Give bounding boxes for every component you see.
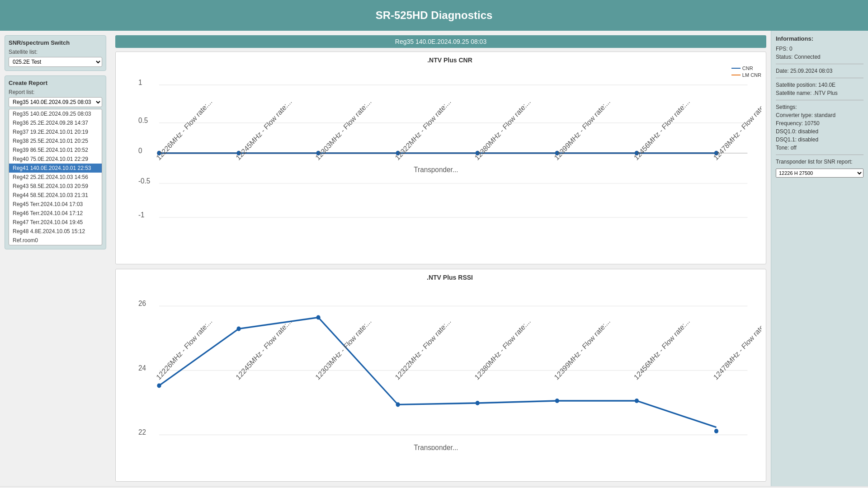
snr-panel-title: SNR/spectrum Switch	[9, 39, 102, 46]
dsq11: DSQ1.1: disabled	[776, 136, 863, 143]
create-report-panel: Create Report Report list: Reg35 140.0E.…	[5, 75, 106, 249]
satellite-position: Satellite position: 140.0E	[776, 82, 863, 88]
svg-text:12478MHz - Flow rate:...: 12478MHz - Flow rate:...	[712, 317, 761, 381]
divider-2	[776, 78, 863, 78]
satellite-list-label: Satellite list:	[9, 49, 102, 55]
svg-text:0: 0	[138, 146, 142, 155]
svg-text:Transponder...: Transponder...	[414, 165, 458, 174]
create-report-title: Create Report	[9, 80, 102, 86]
page-header: SR-525HD Diagnostics	[0, 0, 868, 31]
svg-text:12322MHz - Flow rate:...: 12322MHz - Flow rate:...	[393, 317, 453, 381]
report-list-label: Report list:	[9, 89, 102, 95]
svg-text:12245MHz - Flow rate:...: 12245MHz - Flow rate:...	[234, 317, 293, 381]
page-title: SR-525HD Diagnostics	[376, 9, 493, 21]
svg-text:12399MHz - Flow rate:...: 12399MHz - Flow rate:...	[552, 97, 612, 162]
center-content: Reg35 140.0E.2024.09.25 08:03 .NTV Plus …	[111, 31, 771, 486]
rssi-chart-title: .NTV Plus RSSI	[138, 274, 761, 281]
footer: © Diagnostics with sr-525hd 2024 | About…	[0, 486, 868, 488]
svg-text:0.5: 0.5	[138, 116, 148, 124]
list-item[interactable]: Reg39 86.5E.2024.10.01 20:52	[9, 145, 102, 155]
svg-text:12456MHz - Flow rate:...: 12456MHz - Flow rate:...	[632, 317, 691, 381]
settings-title: Settings:	[776, 104, 863, 110]
svg-point-46	[476, 401, 480, 405]
svg-point-45	[396, 402, 400, 407]
cnr-chart-svg: 1 0.5 0 -0.5 -1	[138, 66, 761, 233]
rssi-chart-svg: 26 24 22	[138, 283, 761, 450]
svg-text:12380MHz - Flow rate:...: 12380MHz - Flow rate:...	[473, 317, 532, 381]
report-title-bar: Reg35 140.0E.2024.09.25 08:03	[115, 35, 766, 48]
lm-cnr-legend-label: LM CNR	[742, 72, 761, 78]
cnr-chart-title: .NTV Plus CNR	[138, 56, 761, 64]
satellite-name: Satellite name: .NTV Plus	[776, 90, 863, 96]
chart-container: .NTV Plus CNR CNR LM CNR 1 0.5 0	[115, 52, 766, 482]
converter-type: Converter type: standard	[776, 112, 863, 118]
list-item[interactable]: Reg47 Terr.2024.10.04 19:45	[9, 218, 102, 227]
report-select[interactable]: Reg35 140.0E.2024.09.25 08:03	[9, 97, 102, 107]
svg-text:12380MHz - Flow rate:...: 12380MHz - Flow rate:...	[473, 97, 532, 162]
cnr-legend-item: CNR	[731, 66, 761, 71]
svg-text:12226MHz - Flow rate:...: 12226MHz - Flow rate:...	[155, 317, 214, 381]
frequency: Frequency: 10750	[776, 120, 863, 127]
list-item[interactable]: Reg36 25.2E.2024.09.28 14:37	[9, 118, 102, 127]
list-item[interactable]: Reg43 58.5E.2024.10.03 20:59	[9, 182, 102, 191]
snr-panel: SNR/spectrum Switch Satellite list: 025.…	[5, 35, 106, 71]
list-item-selected[interactable]: Reg41 140.0E.2024.10.01 22:53	[9, 164, 102, 173]
svg-point-49	[714, 429, 718, 433]
divider-3	[776, 100, 863, 100]
rssi-chart-box: .NTV Plus RSSI 26 24 22	[115, 269, 766, 482]
svg-text:12322MHz - Flow rate:...: 12322MHz - Flow rate:...	[393, 97, 453, 162]
svg-point-48	[635, 399, 639, 403]
svg-point-47	[555, 399, 559, 403]
tone: Tone: off	[776, 145, 863, 151]
cnr-chart-box: .NTV Plus CNR CNR LM CNR 1 0.5 0	[115, 52, 766, 264]
lm-cnr-legend-item: LM CNR	[731, 72, 761, 78]
svg-text:-0.5: -0.5	[138, 176, 150, 185]
svg-text:12303MHz - Flow rate:...: 12303MHz - Flow rate:...	[314, 317, 373, 381]
svg-text:12478MHz - Flow rate:...: 12478MHz - Flow rate:...	[712, 97, 761, 162]
svg-text:26: 26	[138, 299, 146, 308]
cnr-legend-line	[731, 68, 741, 69]
dsq10: DSQ1.0: disabled	[776, 128, 863, 135]
date-value: Date: 25.09.2024 08:03	[776, 68, 863, 74]
status-value: Status: Connected	[776, 54, 863, 60]
svg-point-44	[316, 315, 320, 319]
svg-text:1: 1	[138, 78, 142, 86]
svg-text:24: 24	[138, 363, 146, 372]
svg-text:12456MHz - Flow rate:...: 12456MHz - Flow rate:...	[632, 97, 691, 162]
report-dropdown-list: Reg35 140.0E.2024.09.25 08:03 Reg36 25.2…	[9, 109, 102, 245]
divider-4	[776, 155, 863, 155]
list-item[interactable]: Reg46 Terr.2024.10.04 17:12	[9, 209, 102, 218]
svg-text:12245MHz - Flow rate:...: 12245MHz - Flow rate:...	[234, 97, 293, 162]
transponder-title: Transponder list for SNR report:	[776, 159, 863, 165]
list-item[interactable]: Reg37 19.2E.2024.10.01 20:19	[9, 127, 102, 136]
cnr-legend-label: CNR	[742, 66, 753, 71]
cnr-legend: CNR LM CNR	[731, 66, 761, 78]
right-sidebar: Informations: FPS: 0 Status: Connected D…	[771, 31, 868, 486]
svg-point-43	[236, 327, 241, 331]
svg-text:-1: -1	[138, 211, 145, 219]
info-section: Informations: FPS: 0 Status: Connected D…	[776, 35, 863, 178]
transponder-select[interactable]: 12226 H 27500 12245 H 27500 12303 H 2750…	[776, 169, 863, 178]
info-title: Informations:	[776, 35, 863, 42]
svg-text:12303MHz - Flow rate:...: 12303MHz - Flow rate:...	[314, 97, 373, 162]
list-item[interactable]: Reg38 25.5E.2024.10.01 20:25	[9, 136, 102, 145]
list-item[interactable]: Reg48 4.8E.2024.10.05 15:12	[9, 227, 102, 236]
divider-1	[776, 64, 863, 64]
svg-text:Transponder...: Transponder...	[414, 443, 458, 450]
left-sidebar: SNR/spectrum Switch Satellite list: 025.…	[0, 31, 111, 486]
svg-text:22: 22	[138, 428, 146, 436]
list-item[interactable]: Reg42 25.2E.2024.10.03 14:56	[9, 173, 102, 182]
list-item[interactable]: Reg40 75.0E.2024.10.01 22:29	[9, 155, 102, 164]
svg-point-42	[157, 383, 161, 388]
svg-text:12399MHz - Flow rate:...: 12399MHz - Flow rate:...	[552, 317, 612, 381]
svg-text:12226MHz - Flow rate:...: 12226MHz - Flow rate:...	[155, 97, 214, 162]
list-item[interactable]: Ref.room0	[9, 236, 102, 245]
lm-cnr-legend-line	[731, 75, 741, 75]
list-item[interactable]: Reg35 140.0E.2024.09.25 08:03	[9, 109, 102, 118]
satellite-select[interactable]: 025.2E Test 140.0E Test 19.2E Test	[9, 57, 102, 67]
list-item[interactable]: Reg45 Terr.2024.10.04 17:03	[9, 200, 102, 209]
list-item[interactable]: Reg44 58.5E.2024.10.03 21:31	[9, 191, 102, 200]
fps-value: FPS: 0	[776, 46, 863, 52]
